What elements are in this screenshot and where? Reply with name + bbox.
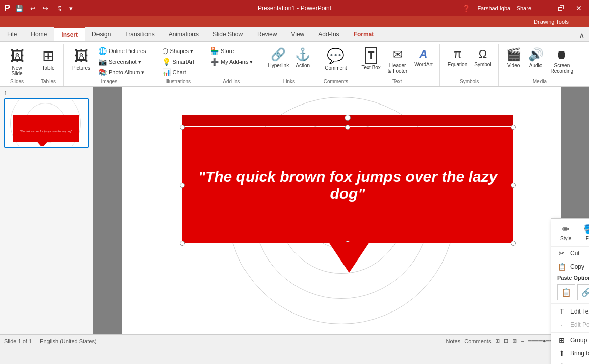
status-left: Slide 1 of 1 English (United States)	[4, 338, 97, 344]
slide-info: Slide 1 of 1	[4, 338, 32, 344]
qat-save[interactable]: 💾	[13, 4, 25, 13]
online-pictures-icon: 🌐	[98, 47, 107, 55]
wordart-icon: A	[420, 47, 428, 61]
bring-to-front-icon: ⬆	[557, 349, 566, 357]
ribbon-collapse-button[interactable]: ∧	[575, 31, 589, 41]
pictures-icon: 🖼	[74, 47, 88, 64]
text-box-button[interactable]: T Text Box	[359, 46, 383, 72]
language-status: English (United States)	[40, 338, 97, 344]
selection-handle-mr[interactable]	[511, 183, 516, 188]
tab-file[interactable]: File	[0, 27, 24, 41]
slides-group-label: Slides	[10, 79, 24, 86]
ribbon-group-comments: 💬 Comment Comments	[318, 44, 354, 86]
selection-handle-tr[interactable]	[511, 125, 516, 130]
ribbon-content: 🖼 NewSlide Slides ⊞ Table Tables 🖼 Pictu	[0, 42, 589, 86]
minimize-button[interactable]: —	[536, 3, 550, 13]
group-icon: ⊞	[557, 336, 566, 344]
edit-text-icon: T	[557, 307, 566, 316]
tab-home[interactable]: Home	[24, 27, 54, 41]
shapes-icon: ⬡	[162, 47, 168, 55]
paste-opt-clipboard[interactable]: 📋	[557, 284, 575, 300]
tab-animations[interactable]: Animations	[162, 27, 206, 41]
chart-button[interactable]: 📊 Chart	[159, 67, 198, 77]
screenshot-button[interactable]: 📷 Screenshot ▾	[95, 57, 150, 67]
ctx-bring-to-front-item[interactable]: ⬆ Bring to Front ▶	[551, 347, 589, 360]
notes-button[interactable]: Notes	[446, 338, 461, 344]
photo-album-icon: 📚	[98, 68, 107, 76]
symbol-button[interactable]: Ω Symbol	[472, 46, 494, 69]
paste-opt-link[interactable]: 🔗	[577, 284, 589, 300]
screen-recording-button[interactable]: ⏺ ScreenRecording	[548, 46, 576, 75]
smartart-button[interactable]: 💡 SmartArt	[159, 57, 198, 67]
tab-view[interactable]: View	[284, 27, 311, 41]
tab-design[interactable]: Design	[85, 27, 118, 41]
close-button[interactable]: ✕	[573, 3, 585, 13]
store-icon: 🏪	[210, 47, 219, 55]
selection-handle-bl[interactable]	[180, 241, 185, 246]
slide[interactable]: "The quick brown fox jumps over the lazy…	[122, 87, 561, 334]
title-bar-left: P 💾 ↩ ↪ 🖨 ▾	[4, 3, 75, 14]
audio-button[interactable]: 🔊 Audio	[526, 46, 546, 70]
tab-slideshow[interactable]: Slide Show	[206, 27, 250, 41]
tab-review[interactable]: Review	[250, 27, 284, 41]
selection-handle-ml[interactable]	[180, 183, 185, 188]
images-group-label: Images	[101, 79, 117, 86]
context-menu: ✏ Style 🪣 Fill 📝 Outline ✂ Cut 📋	[551, 218, 589, 364]
ctx-fill-button[interactable]: 🪣 Fill	[577, 222, 589, 243]
qat-dropdown[interactable]: ▾	[67, 4, 75, 13]
store-button[interactable]: 🏪 Store	[207, 46, 256, 56]
selection-handle-tm[interactable]	[345, 125, 350, 130]
share-button[interactable]: Share	[517, 5, 531, 11]
qat-undo[interactable]: ↩	[28, 4, 38, 13]
ctx-style-button[interactable]: ✏ Style	[554, 222, 577, 243]
pictures-button[interactable]: 🖼 Pictures	[69, 46, 94, 72]
ctx-cut-item[interactable]: ✂ Cut	[551, 247, 589, 260]
wordart-button[interactable]: A WordArt	[412, 46, 435, 69]
qat-redo[interactable]: ↪	[41, 4, 51, 13]
online-pictures-button[interactable]: 🌐 Online Pictures	[95, 46, 150, 56]
hyperlink-button[interactable]: 🔗 Hyperlink	[265, 46, 291, 70]
tab-addins[interactable]: Add-Ins	[311, 27, 346, 41]
zoom-slider[interactable]: ━━━━●━━	[528, 338, 553, 344]
equation-button[interactable]: π Equation	[445, 46, 470, 69]
table-button[interactable]: ⊞ Table	[38, 46, 59, 72]
help-icon[interactable]: ❓	[460, 4, 472, 13]
new-slide-button[interactable]: 🖼 NewSlide	[7, 46, 27, 78]
slide-thumbnail[interactable]: "The quick brown fox jumps over the lazy…	[4, 98, 89, 148]
drawing-tools-label: Drawing Tools	[534, 19, 569, 25]
zoom-minus-button[interactable]: −	[521, 338, 524, 344]
photo-album-button[interactable]: 📚 Photo Album ▾	[95, 67, 150, 77]
selection-handle-br[interactable]	[511, 241, 516, 246]
ctx-send-to-back-item[interactable]: ⬇ Send to Back ▶	[551, 360, 589, 364]
maximize-button[interactable]: 🗗	[555, 3, 568, 13]
video-button[interactable]: 🎬 Video	[504, 46, 524, 70]
powerpoint-logo-icon: P	[4, 3, 10, 14]
view-reading-icon[interactable]: ⊠	[512, 338, 517, 344]
ctx-edit-text-item[interactable]: T Edit Text	[551, 305, 589, 318]
selection-handle-tl[interactable]	[180, 125, 185, 130]
user-name: Farshad Iqbal	[477, 5, 511, 11]
speech-bubble-tail	[329, 242, 369, 273]
action-button[interactable]: ⚓ Action	[292, 46, 313, 70]
ribbon-group-slides: 🖼 NewSlide Slides	[2, 44, 32, 86]
ctx-group-item[interactable]: ⊞ Group ▶	[551, 334, 589, 347]
comments-button[interactable]: Comments	[464, 338, 491, 344]
rotate-handle[interactable]	[345, 115, 351, 121]
ctx-copy-item[interactable]: 📋 Copy	[551, 260, 589, 273]
shapes-button[interactable]: ⬡ Shapes ▾	[159, 46, 198, 56]
text-box-icon: T	[365, 47, 377, 64]
comment-button[interactable]: 💬 Comment	[322, 46, 349, 72]
tab-format[interactable]: Format	[347, 27, 381, 41]
tab-transitions[interactable]: Transitions	[118, 27, 161, 41]
view-slider-icon[interactable]: ⊟	[504, 338, 508, 344]
view-normal-icon[interactable]: ⊞	[495, 338, 500, 344]
ribbon-group-media: 🎬 Video 🔊 Audio ⏺ ScreenRecording Media	[500, 44, 580, 86]
chart-icon: 📊	[162, 68, 171, 76]
tab-insert[interactable]: Insert	[54, 27, 85, 41]
drawing-tools-bar: Drawing Tools	[0, 16, 589, 27]
my-addins-button[interactable]: ➕ My Add-ins ▾	[207, 57, 256, 67]
qat-options[interactable]: 🖨	[54, 4, 64, 13]
red-main-shape[interactable]: "The quick brown fox jumps over the lazy…	[182, 127, 513, 243]
smartart-icon: 💡	[162, 58, 171, 66]
header-footer-button[interactable]: ✉ Header& Footer	[385, 46, 410, 75]
